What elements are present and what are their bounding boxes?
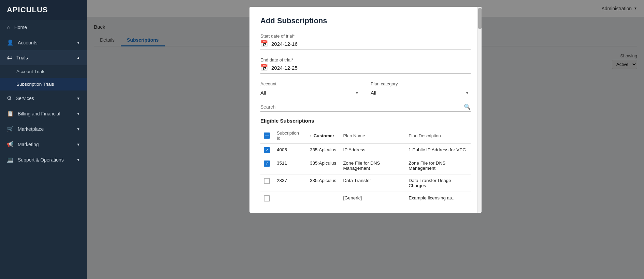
chevron-down-icon: ▼ <box>76 112 80 116</box>
chevron-down-icon: ▼ <box>76 142 80 147</box>
sidebar-item-label: Home <box>14 25 27 30</box>
trials-icon: 🏷 <box>7 55 12 61</box>
td-customer: 335:Apiculus <box>306 175 340 192</box>
services-icon: ⚙ <box>7 95 12 101</box>
chevron-down-icon: ▼ <box>76 41 80 45</box>
add-subscriptions-modal: Add Subscriptions Start date of trial* 📅… <box>249 7 482 213</box>
start-date-label: Start date of trial* <box>260 33 471 39</box>
td-checkbox <box>260 192 273 206</box>
sidebar-item-trials[interactable]: 🏷 Trials ▲ <box>0 50 87 65</box>
marketing-icon: 📢 <box>7 141 14 148</box>
chevron-down-icon: ▼ <box>76 96 80 100</box>
plan-category-select-wrapper: All ▼ <box>371 88 471 98</box>
td-plan-description: 1 Public IP Address for VPC <box>405 144 471 157</box>
billing-icon: 📋 <box>7 110 14 117</box>
sidebar-item-label: Trials <box>16 55 28 60</box>
sidebar-item-label: Support & Operations <box>18 157 64 163</box>
sidebar-sub-label: Account Trials <box>16 69 45 74</box>
eligible-label: Eligible Subscriptions <box>260 118 471 124</box>
subscriptions-table: Subcription Id ↑ Customer Plan Name Plan… <box>260 128 471 206</box>
sidebar-item-marketplace[interactable]: 🛒 Marketplace ▼ <box>0 121 87 137</box>
row-checkbox[interactable] <box>264 195 270 201</box>
row-checkbox[interactable] <box>264 161 270 167</box>
end-date-input[interactable] <box>271 65 471 71</box>
td-checkbox <box>260 157 273 175</box>
table-body: 4005 335:Apiculus IP Address 1 Public IP… <box>260 144 471 206</box>
td-plan-name: [Generic] <box>340 192 405 206</box>
row-checkbox[interactable] <box>264 147 270 153</box>
th-plan-name[interactable]: Plan Name <box>340 128 405 144</box>
th-customer[interactable]: ↑ Customer <box>306 128 340 144</box>
search-icon: 🔍 <box>464 103 471 110</box>
filter-row: Account All 335:Apiculus ▼ Plan category <box>260 81 471 98</box>
row-checkbox[interactable] <box>264 178 270 184</box>
sidebar-item-services[interactable]: ⚙ Services ▼ <box>0 90 87 106</box>
sidebar-item-billing[interactable]: 📋 Billing and Financial ▼ <box>0 106 87 121</box>
start-date-input[interactable] <box>271 41 471 47</box>
scrollbar-thumb[interactable] <box>478 8 482 29</box>
end-date-field: 📅 <box>260 64 471 74</box>
modal-scrollbar[interactable] <box>477 7 482 213</box>
sidebar: APICULUS ⌂ Home 👤 Accounts ▼ 🏷 Trials ▲ … <box>0 0 87 279</box>
td-checkbox <box>260 144 273 157</box>
search-input[interactable] <box>260 104 464 110</box>
account-label: Account <box>260 81 360 86</box>
th-sub-id[interactable]: Subcription Id <box>273 128 306 144</box>
sort-asc-icon: ↑ <box>310 134 312 138</box>
end-date-group: End date of trial* 📅 <box>260 57 471 74</box>
td-customer: 335:Apiculus <box>306 144 340 157</box>
td-plan-name: Data Transfer <box>340 175 405 192</box>
td-sub-id: 3511 <box>273 157 306 175</box>
td-plan-description: Data Transfer Usage Charges <box>405 175 471 192</box>
sidebar-item-accounts[interactable]: 👤 Accounts ▼ <box>0 35 87 50</box>
home-icon: ⌂ <box>7 24 10 30</box>
start-date-group: Start date of trial* 📅 <box>260 33 471 50</box>
td-sub-id <box>273 192 306 206</box>
plan-category-col: Plan category All ▼ <box>371 81 471 98</box>
logo: APICULUS <box>0 0 87 20</box>
th-checkbox <box>260 128 273 144</box>
main-content: Administration ▼ Back Details Subscripti… <box>87 0 644 279</box>
table-row: 4005 335:Apiculus IP Address 1 Public IP… <box>260 144 471 157</box>
td-plan-description: Example licensing as... <box>405 192 471 206</box>
td-sub-id: 4005 <box>273 144 306 157</box>
plan-category-select[interactable]: All <box>371 88 471 98</box>
calendar-icon: 📅 <box>260 40 268 47</box>
search-row: 🔍 <box>260 103 471 112</box>
table-row: [Generic] Example licensing as... <box>260 192 471 206</box>
marketplace-icon: 🛒 <box>7 126 14 132</box>
sidebar-item-marketing[interactable]: 📢 Marketing ▼ <box>0 137 87 152</box>
modal-overlay: Add Subscriptions Start date of trial* 📅… <box>87 0 644 279</box>
td-customer <box>306 192 340 206</box>
td-customer: 335:Apiculus <box>306 157 340 175</box>
td-plan-name: Zone File for DNS Management <box>340 157 405 175</box>
chevron-down-icon: ▼ <box>76 158 80 162</box>
th-plan-description[interactable]: Plan Description <box>405 128 471 144</box>
account-select-wrapper: All 335:Apiculus ▼ <box>260 88 360 98</box>
chevron-down-icon: ▼ <box>76 127 80 131</box>
plan-category-label: Plan category <box>371 81 471 86</box>
sidebar-item-label: Services <box>16 96 34 101</box>
account-select[interactable]: All 335:Apiculus <box>260 88 360 98</box>
sidebar-item-label: Marketplace <box>18 126 44 132</box>
calendar-icon: 📅 <box>260 64 268 71</box>
sidebar-item-label: Accounts <box>18 40 38 45</box>
sidebar-item-label: Marketing <box>18 142 39 147</box>
table-row: 3511 335:Apiculus Zone File for DNS Mana… <box>260 157 471 175</box>
modal-title: Add Subscriptions <box>260 16 471 25</box>
td-plan-name: IP Address <box>340 144 405 157</box>
select-all-checkbox[interactable] <box>264 132 270 139</box>
end-date-label: End date of trial* <box>260 57 471 62</box>
sidebar-item-subscription-trials[interactable]: Subscription Trials <box>0 78 87 90</box>
sidebar-item-support[interactable]: 💻 Support & Operations ▼ <box>0 152 87 167</box>
account-col: Account All 335:Apiculus ▼ <box>260 81 360 98</box>
modal-body: Add Subscriptions Start date of trial* 📅… <box>249 7 482 213</box>
support-icon: 💻 <box>7 156 14 163</box>
chevron-up-icon: ▲ <box>76 56 80 60</box>
sidebar-item-account-trials[interactable]: Account Trials <box>0 65 87 78</box>
table-row: 2837 335:Apiculus Data Transfer Data Tra… <box>260 175 471 192</box>
sidebar-item-home[interactable]: ⌂ Home <box>0 20 87 35</box>
logo-text: APICULUS <box>7 5 48 14</box>
accounts-icon: 👤 <box>7 39 14 46</box>
sidebar-sub-label: Subscription Trials <box>16 82 54 87</box>
